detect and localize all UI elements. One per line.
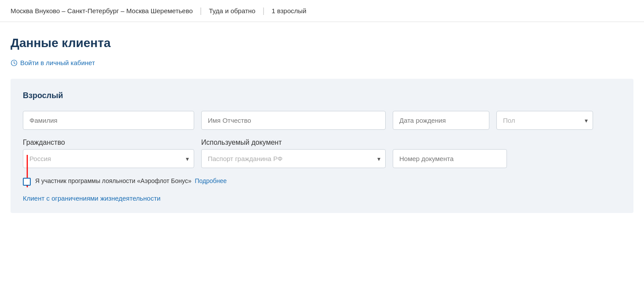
top-bar: Москва Внуково – Санкт-Петербург – Москв… [0,0,644,22]
form-row-2: Гражданство Россия Другое ▾ Используемый… [23,139,621,168]
last-name-input[interactable] [23,111,194,130]
arrow-container: Я участник программы лояльности «Аэрофло… [23,177,621,186]
document-type-label: Используемый документ [201,139,386,147]
divider-1: | [200,6,202,15]
form-row-1: Пол Мужской Женский ▾ [23,111,621,130]
loyalty-checkbox[interactable] [23,178,31,186]
passengers-count: 1 взрослый [271,7,306,15]
passenger-label: Взрослый [23,91,621,100]
citizenship-label: Гражданство [23,139,194,147]
trip-type: Туда и обратно [209,7,256,15]
citizenship-select-wrapper: Россия Другое ▾ [23,149,194,168]
route-text: Москва Внуково – Санкт-Петербург – Москв… [11,7,193,15]
login-link[interactable]: Войти в личный кабинет [20,59,95,66]
birth-date-input[interactable] [393,111,489,130]
page-title: Данные клиента [11,36,633,50]
clock-icon [11,59,18,66]
loyalty-text: Я участник программы лояльности «Аэрофло… [35,177,227,186]
gender-select[interactable]: Пол Мужской Женский [496,111,593,130]
document-number-input[interactable] [393,149,507,168]
loyalty-details-link[interactable]: Подробнее [195,177,227,184]
document-type-group: Используемый документ Паспорт гражданина… [201,139,386,168]
passenger-card: Взрослый Пол Мужской Женский ▾ Гражданст… [11,79,633,213]
page-content: Данные клиента Войти в личный кабинет Вз… [0,22,644,232]
loyalty-row: Я участник программы лояльности «Аэрофло… [23,177,621,186]
citizenship-group: Гражданство Россия Другое ▾ [23,139,194,168]
login-link-row: Войти в личный кабинет [11,59,633,66]
citizenship-select[interactable]: Россия Другое [23,149,194,168]
disability-link[interactable]: Клиент с ограничениями жизнедеятельности [23,194,160,202]
gender-select-wrapper: Пол Мужской Женский ▾ [496,111,593,130]
document-number-group [393,139,507,168]
divider-2: | [262,6,264,15]
loyalty-text-main: Я участник программы лояльности «Аэрофло… [35,177,192,184]
document-type-select-wrapper: Паспорт гражданина РФ Загранпаспорт Друг… [201,149,386,168]
first-name-input[interactable] [201,111,386,130]
document-type-select[interactable]: Паспорт гражданина РФ Загранпаспорт Друг… [201,149,386,168]
